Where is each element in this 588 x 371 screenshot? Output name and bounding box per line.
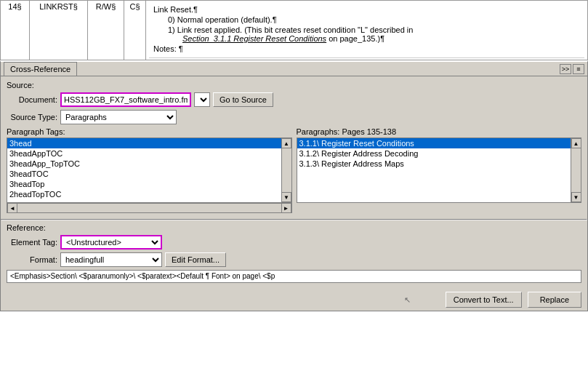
list-item[interactable]: 3headTop <box>7 179 281 189</box>
col-14: 14§ <box>1 1 30 60</box>
scroll-up-arrow[interactable]: ▲ <box>571 138 581 148</box>
list-item[interactable]: 3headAppTOC <box>7 148 281 159</box>
paragraph-tags-scrollbar[interactable]: ▲ ▼ <box>281 138 291 202</box>
col-linkrst: LINKRST§ <box>30 1 88 60</box>
notes: Notes: ¶ <box>153 44 580 53</box>
lists-area: Paragraph Tags: 3head 3headAppTOC 3headA… <box>7 127 581 213</box>
replace-button[interactable]: Replace <box>528 292 581 308</box>
element-tag-row: Element Tag: <Unstructured> <box>7 235 581 250</box>
document-row: Document: Go to Source <box>7 92 581 107</box>
line1: 0) Normal operation (default).¶ <box>168 15 580 24</box>
list-item[interactable]: 3.1.1\ Register Reset Conditions <box>297 138 571 148</box>
format-dropdown[interactable]: headingfull <box>60 252 162 267</box>
paragraphs-list: 3.1.1\ Register Reset Conditions 3.1.2\ … <box>297 138 571 202</box>
list-item[interactable]: 3.1.3\ Register Address Maps <box>297 159 571 169</box>
list-item[interactable]: 3headTOC <box>7 169 281 179</box>
scroll-thumb <box>571 148 581 192</box>
go-to-source-button[interactable]: Go to Source <box>213 92 273 107</box>
convert-to-text-button[interactable]: Convert to Text... <box>446 292 522 308</box>
list-item[interactable]: 3headApp_TopTOC <box>7 159 281 169</box>
element-tag-label: Element Tag: <box>7 238 57 247</box>
tab-label: Cross-Reference <box>10 65 71 73</box>
cross-reference-tab[interactable]: Cross-Reference <box>4 62 77 76</box>
paragraphs-label: Paragraphs: Pages 135-138 <box>297 127 582 136</box>
panel-arrows-btn[interactable]: >> <box>560 64 571 74</box>
bottom-buttons-row: ↖ Convert to Text... Replace <box>1 289 587 311</box>
panel-menu-btn[interactable]: ≡ <box>573 64 584 74</box>
col-rw: R/W§ <box>88 1 124 60</box>
list-item[interactable]: 2headTopTOC <box>7 189 281 199</box>
element-tag-dropdown[interactable]: <Unstructured> <box>60 235 162 250</box>
reference-section: Reference: Element Tag: <Unstructured> F… <box>1 220 587 289</box>
format-label: Format: <box>7 255 57 264</box>
hscroll-left-arrow[interactable]: ◄ <box>7 203 17 213</box>
document-label: Document: <box>7 95 57 104</box>
hscroll-bar <box>17 205 281 211</box>
paragraphs-panel: Paragraphs: Pages 135-138 3.1.1\ Registe… <box>297 127 582 213</box>
hscroll-right-arrow[interactable]: ► <box>281 203 291 213</box>
source-section: Source: Document: Go to Source Source Ty… <box>1 76 587 219</box>
document-dropdown[interactable] <box>194 92 210 107</box>
link-reset-title: Link Reset.¶ <box>153 5 580 14</box>
cursor-indicator: ↖ <box>404 295 411 305</box>
source-type-dropdown[interactable]: Paragraphs <box>60 110 177 124</box>
format-bar: <Emphasis>Section\ <$paranumonly>\ <$par… <box>7 270 581 283</box>
scroll-up-arrow[interactable]: ▲ <box>281 138 291 148</box>
paragraph-tags-label: Paragraph Tags: <box>7 127 292 136</box>
document-input[interactable] <box>60 92 191 107</box>
paragraphs-scrollbar[interactable]: ▲ ▼ <box>571 138 581 202</box>
source-type-row: Source Type: Paragraphs <box>7 110 581 124</box>
source-type-label: Source Type: <box>7 113 57 121</box>
line2-link: Section_3.1.1 Register Reset Conditions <box>182 34 326 43</box>
paragraph-tags-hscroll[interactable]: ◄ ► <box>7 203 292 213</box>
panel-header: Cross-Reference >> ≡ <box>1 62 587 76</box>
scroll-down-arrow[interactable]: ▼ <box>281 192 291 202</box>
line2-end: on page_135.)¶ <box>326 34 384 43</box>
list-item[interactable]: 3.1.2\ Register Address Decoding <box>297 148 571 159</box>
edit-format-button[interactable]: Edit Format... <box>165 252 226 267</box>
line2: 1) Link reset applied. (This bit creates… <box>168 25 580 43</box>
paragraph-tags-list: 3head 3headAppTOC 3headApp_TopTOC 3headT… <box>7 138 281 202</box>
line2-start: 1) Link reset applied. (This bit creates… <box>168 25 413 34</box>
panel-header-controls: >> ≡ <box>560 64 584 74</box>
source-label: Source: <box>7 81 581 89</box>
reference-label: Reference: <box>7 223 581 232</box>
list-item[interactable]: 3head <box>7 138 281 148</box>
col-description: Link Reset.¶ 0) Normal operation (defaul… <box>146 1 588 60</box>
cross-reference-panel: Cross-Reference >> ≡ Source: Document: G… <box>0 60 588 311</box>
scroll-down-arrow[interactable]: ▼ <box>571 192 581 202</box>
scroll-thumb <box>282 148 291 192</box>
paragraph-tags-panel: Paragraph Tags: 3head 3headAppTOC 3headA… <box>7 127 292 213</box>
col-c: C§ <box>124 1 146 60</box>
format-row: Format: headingfull Edit Format... <box>7 252 581 267</box>
